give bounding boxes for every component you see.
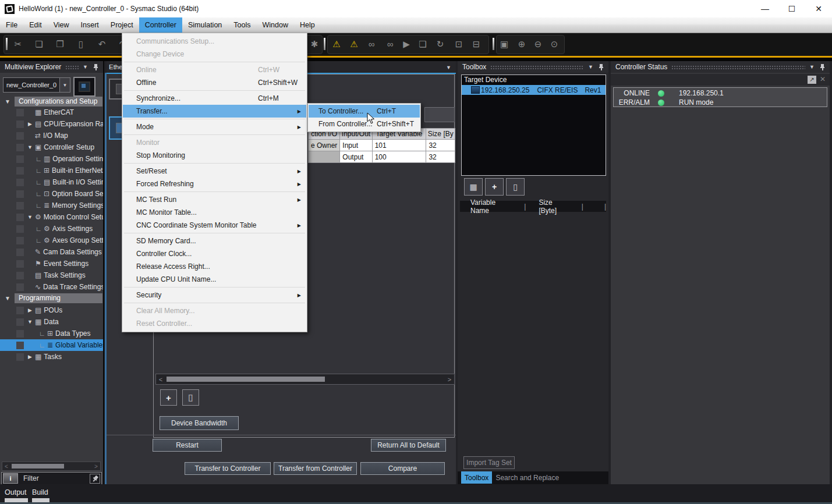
tree-checkbox[interactable] xyxy=(16,272,24,279)
tree-section-programming[interactable]: ▼ Programming xyxy=(0,293,103,303)
info-icon[interactable]: i xyxy=(3,473,18,484)
chevron-down-icon[interactable]: ▼ xyxy=(59,78,70,92)
tree-checkbox[interactable] xyxy=(16,353,24,361)
zoom-in-icon[interactable]: ⊕ xyxy=(514,38,529,51)
col-variable-name[interactable]: Variable Name xyxy=(470,198,511,215)
menu-item-forced-refreshing[interactable]: Forced Refreshing ▶ xyxy=(123,178,306,190)
undo-icon[interactable]: ↶ xyxy=(94,38,109,51)
copy-icon[interactable]: ❏ xyxy=(31,38,47,51)
tree-item-option-board-settings[interactable]: ∟ ⊡ Option Board Settings xyxy=(0,188,103,200)
maximize-button[interactable]: ☐ xyxy=(778,4,805,13)
tab-output[interactable]: Output xyxy=(5,488,27,496)
cell-dir[interactable]: Output xyxy=(340,151,372,163)
transfer-from-controller-button[interactable]: Transfer from Controller xyxy=(274,462,357,475)
delete-device-button[interactable]: ▯ xyxy=(506,178,525,196)
pin-icon[interactable] xyxy=(599,63,604,71)
transfer-to-controller-button[interactable]: Transfer to Controller xyxy=(185,462,271,475)
tree-item-controller-setup[interactable]: ▼ ▣ Controller Setup xyxy=(0,141,103,153)
device-display-button[interactable]: ▦ xyxy=(464,178,483,196)
tree-checkbox[interactable] xyxy=(16,249,24,256)
menu-item-synchronize[interactable]: Synchronize... Ctrl+M xyxy=(123,92,306,105)
scroll-right-icon[interactable]: > xyxy=(92,463,100,470)
compare-button[interactable]: Compare xyxy=(360,462,445,475)
tree-item-memory-settings[interactable]: ∟ ≣ Memory Settings xyxy=(0,200,103,211)
tab-search-and-replace[interactable]: Search and Replace xyxy=(492,471,562,484)
copy-alt-icon[interactable]: ❏ xyxy=(415,38,430,51)
close-icon[interactable]: ✕ xyxy=(820,75,826,83)
tree-checkbox[interactable] xyxy=(16,318,24,326)
pin-icon[interactable] xyxy=(820,63,825,71)
scroll-left-icon[interactable]: < xyxy=(2,463,10,470)
horizontal-scrollbar[interactable]: < > xyxy=(155,374,455,385)
add-connection-button[interactable]: + xyxy=(160,389,177,406)
edit-tool-icon[interactable]: ✱ xyxy=(307,38,322,51)
menu-item-mode[interactable]: Mode ▶ xyxy=(123,120,306,133)
menu-insert[interactable]: Insert xyxy=(75,17,105,33)
menu-item-transfer[interactable]: Transfer... ▶ xyxy=(123,105,306,118)
menu-item-sd-memory-card[interactable]: SD Memory Card... xyxy=(123,235,306,247)
cell-size[interactable]: 32 xyxy=(426,140,455,151)
menu-controller[interactable]: Controller xyxy=(139,17,182,33)
tree-item-event-settings[interactable]: ⚑ Event Settings xyxy=(0,258,103,269)
close-button[interactable]: ✕ xyxy=(805,4,832,13)
menu-project[interactable]: Project xyxy=(105,17,139,33)
table-row[interactable]: e Owner Input 101 32 xyxy=(309,140,455,151)
tree-item-data-types[interactable]: ∟ ⊞ Data Types xyxy=(0,328,103,339)
menu-item-set-reset[interactable]: Set/Reset ▶ xyxy=(123,165,306,178)
monitor-window-alt-icon[interactable]: ⊟ xyxy=(469,38,484,51)
tree-item-data-trace-settings[interactable]: ∿ Data Trace Settings xyxy=(0,281,103,293)
controller-selector[interactable]: new_Controller_0 ▼ xyxy=(3,77,70,93)
cell-size[interactable]: 32 xyxy=(426,151,455,163)
tree-checkbox[interactable] xyxy=(16,260,24,268)
menu-item-update-cpu-unit-name[interactable]: Update CPU Unit Name... xyxy=(123,273,306,286)
tree-checkbox[interactable] xyxy=(16,283,24,291)
return-all-to-default-button[interactable]: Return All to Default xyxy=(371,439,446,452)
menu-simulation[interactable]: Simulation xyxy=(182,17,228,33)
tree-section-configurations[interactable]: ▼ Configurations and Setup xyxy=(0,96,103,107)
run-icon[interactable]: ▶ xyxy=(399,38,414,51)
restart-button[interactable]: Restart xyxy=(153,439,222,452)
filter-bar[interactable]: i Filter xyxy=(1,472,102,485)
abort-build-icon[interactable]: ⚠ xyxy=(346,38,362,51)
tab-build[interactable]: Build xyxy=(32,488,48,496)
menu-item-release-access-right[interactable]: Release Access Right... xyxy=(123,260,306,273)
tree-item-builtin-io-settings[interactable]: ∟ ▤ Built-in I/O Settings xyxy=(0,176,103,188)
tree-item-io-map[interactable]: ⇄ I/O Map xyxy=(0,130,103,141)
expand-icon[interactable]: ▶ xyxy=(26,307,34,313)
tree-item-global-variables[interactable]: ∟ ≣ Global Variables xyxy=(0,339,103,351)
cell-dir[interactable]: Input xyxy=(340,140,372,151)
tree-checkbox[interactable] xyxy=(16,167,24,175)
toolbar-grip[interactable] xyxy=(493,38,494,50)
table-row[interactable]: Output 100 32 xyxy=(309,151,455,163)
collapse-icon[interactable]: ▼ xyxy=(26,144,34,150)
collapse-icon[interactable]: ▼ xyxy=(26,319,34,325)
monitor-icon[interactable]: ∞ xyxy=(364,38,379,51)
filter-pin-icon[interactable] xyxy=(90,474,100,484)
device-bandwidth-button[interactable]: Device Bandwidth xyxy=(160,416,239,430)
controller-device-button[interactable] xyxy=(73,77,95,97)
dialog-button[interactable] xyxy=(424,107,455,122)
panel-menu-icon[interactable]: ▼ xyxy=(809,64,815,70)
paste-icon[interactable]: ❐ xyxy=(52,38,68,51)
tree-checkbox[interactable] xyxy=(16,225,24,233)
horizontal-scrollbar[interactable]: < > xyxy=(2,462,101,471)
menu-item-controller-clock[interactable]: Controller Clock... xyxy=(123,247,306,260)
collapse-icon[interactable]: ▼ xyxy=(5,295,13,301)
tree-item-pous[interactable]: ▶ ▤ POUs xyxy=(0,304,103,316)
tree-checkbox[interactable] xyxy=(16,155,24,163)
expand-icon[interactable]: ▶ xyxy=(26,121,34,127)
col-size[interactable]: Size [By xyxy=(426,129,455,140)
menu-item-stop-monitoring[interactable]: Stop Monitoring xyxy=(123,149,306,162)
tab-toolbox[interactable]: Toolbox xyxy=(461,471,492,484)
expand-icon[interactable]: ↗ xyxy=(808,76,816,84)
synchronize-icon[interactable]: ↻ xyxy=(433,38,448,51)
minimize-button[interactable]: — xyxy=(752,4,778,13)
toolbar-grip[interactable] xyxy=(324,38,325,50)
tree-checkbox[interactable] xyxy=(16,342,24,349)
tree-checkbox[interactable] xyxy=(16,120,24,128)
cut-icon[interactable]: ✂ xyxy=(10,38,26,51)
collapse-icon[interactable]: ▼ xyxy=(5,98,13,105)
col-size-byte[interactable]: Size [Byte] xyxy=(539,198,568,215)
tree-checkbox[interactable] xyxy=(16,214,24,221)
scroll-left-icon[interactable]: < xyxy=(156,376,165,383)
